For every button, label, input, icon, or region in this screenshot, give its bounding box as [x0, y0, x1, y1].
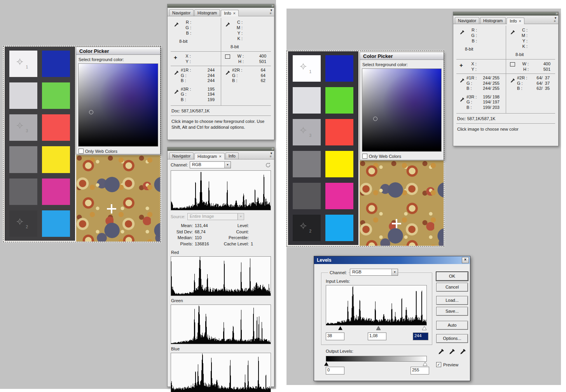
checker-swatch[interactable] [325, 215, 353, 241]
refresh-icon[interactable] [265, 162, 271, 168]
checker-swatch[interactable] [293, 151, 321, 177]
stat-value: 110 [195, 235, 217, 241]
gray-point-eyedropper-icon[interactable] [449, 348, 456, 355]
color-marker[interactable] [373, 117, 377, 121]
stat-value: 1 [251, 241, 262, 247]
load-button[interactable]: Load... [436, 296, 468, 305]
close-icon[interactable]: × [233, 11, 236, 16]
eyedropper-icon [510, 30, 515, 35]
panel-menu-icon[interactable]: ▼≡ [270, 152, 273, 158]
dimension-value: 501 [529, 66, 554, 72]
input-gamma-field[interactable]: 1,08 [368, 332, 386, 340]
checker-swatch[interactable] [325, 119, 353, 145]
checker-swatch[interactable] [9, 146, 37, 173]
collapse-icon: » [556, 12, 557, 15]
levels-title-bar[interactable]: Levels × [314, 256, 470, 264]
checker-swatch[interactable] [325, 55, 353, 82]
panel-collapse-bar[interactable]: » [453, 12, 558, 16]
ok-button[interactable]: OK [436, 272, 468, 281]
close-icon[interactable]: × [219, 154, 221, 159]
checker-swatch[interactable] [325, 151, 353, 177]
checker-swatch[interactable] [42, 82, 70, 109]
checker-swatch[interactable]: 3 [293, 119, 321, 145]
sampler-value: 195/ 198 [480, 94, 503, 100]
color-marker[interactable] [89, 110, 93, 114]
checker-swatch[interactable] [42, 114, 70, 141]
source-label: Source: [171, 214, 185, 219]
checker-swatch[interactable] [293, 87, 321, 114]
options-button[interactable]: Options... [436, 334, 468, 343]
checker-swatch[interactable] [42, 210, 70, 237]
hint-text: Click image to choose new foreground col… [170, 116, 272, 134]
levels-channel-select[interactable]: RGB ▼ [350, 269, 398, 276]
tab-info[interactable]: Info× [507, 18, 524, 24]
checker-swatch[interactable] [325, 183, 353, 209]
checker-swatch[interactable] [42, 178, 70, 205]
save-button[interactable]: Save... [436, 307, 468, 316]
sampler-value: 62 [246, 78, 269, 84]
checker-swatch[interactable] [293, 183, 321, 209]
checker-swatch[interactable]: 2 [9, 210, 37, 237]
checker-swatch[interactable]: 1 [293, 55, 321, 82]
crosshair-icon: + [174, 54, 177, 64]
chevron-down-icon[interactable]: ▼ [224, 162, 231, 168]
checker-swatch[interactable] [42, 146, 70, 173]
tab-info[interactable]: Info× [221, 10, 239, 16]
pattern-image-right[interactable] [360, 161, 444, 246]
panel-menu-icon[interactable]: ▼≡ [554, 17, 557, 23]
cancel-button[interactable]: Cancel [436, 283, 468, 292]
only-web-colors-checkbox[interactable] [362, 154, 367, 159]
histogram-rgb-chart[interactable] [171, 170, 271, 210]
color-picker-subtitle: Select foreground color: [76, 55, 160, 63]
tab-histogram[interactable]: Histogram [194, 9, 220, 16]
tab-navigator[interactable]: Navigator [169, 9, 194, 16]
channel-select[interactable]: RGB ▼ [190, 161, 231, 168]
checker-swatch[interactable]: 2 [293, 215, 321, 241]
checker-swatch[interactable] [9, 82, 37, 109]
input-black-field[interactable]: 38 [326, 332, 344, 340]
histogram-stats: Mean:131,44Level:Std Dev:68,74Count:Medi… [168, 221, 274, 248]
chevron-down-icon[interactable]: ▼ [391, 269, 398, 275]
auto-button[interactable]: Auto [436, 321, 468, 330]
preview-checkbox[interactable]: ✓ [436, 362, 441, 367]
selection-size-icon [225, 54, 230, 59]
output-white-slider[interactable] [423, 362, 427, 366]
black-point-eyedropper-icon[interactable] [438, 348, 445, 355]
input-black-slider[interactable] [338, 326, 342, 330]
panel-menu-icon[interactable]: ▼≡ [270, 9, 273, 15]
tab-navigator[interactable]: Navigator [169, 152, 194, 159]
channel-label: Channel: [328, 270, 348, 275]
color-gradient-field[interactable] [78, 63, 158, 147]
pattern-image-left[interactable] [76, 155, 160, 242]
source-select: Entire Image ▼ [187, 213, 244, 220]
output-black-slider[interactable] [324, 362, 328, 366]
checker-swatch[interactable]: 3 [9, 114, 37, 141]
sampler-value: 64 [246, 68, 269, 73]
color-gradient-field[interactable] [362, 68, 442, 152]
color-sampler-1: #1R :244 G :244 B :244 [174, 68, 218, 84]
checker-swatch[interactable] [42, 51, 70, 77]
input-white-field[interactable]: 244 [413, 332, 428, 340]
close-icon[interactable]: × [462, 257, 469, 263]
eyedropper-icon [174, 89, 179, 94]
tab-info[interactable]: Info [225, 152, 239, 159]
panel-collapse-bar[interactable]: » [168, 147, 274, 151]
output-white-field[interactable]: 255 [411, 367, 429, 374]
sampler-value: 199 [195, 97, 218, 103]
white-point-eyedropper-icon[interactable] [459, 348, 466, 355]
collapse-icon: » [271, 148, 273, 150]
only-web-colors-checkbox[interactable] [79, 149, 84, 154]
tab-navigator[interactable]: Navigator [455, 17, 479, 24]
output-black-field[interactable]: 0 [326, 367, 344, 374]
dimension-value: 501 [244, 59, 269, 64]
panel-collapse-bar[interactable]: » [168, 4, 274, 8]
checker-swatch[interactable] [325, 87, 353, 114]
tab-histogram[interactable]: Histogram× [194, 153, 225, 159]
checker-swatch[interactable]: 1 [9, 51, 37, 77]
dimension-value: 400 [529, 61, 554, 66]
checker-swatch[interactable] [9, 178, 37, 205]
tab-histogram[interactable]: Histogram [480, 17, 506, 24]
input-gamma-slider[interactable] [376, 326, 381, 330]
input-white-slider[interactable] [422, 326, 426, 330]
close-icon[interactable]: × [519, 19, 521, 23]
